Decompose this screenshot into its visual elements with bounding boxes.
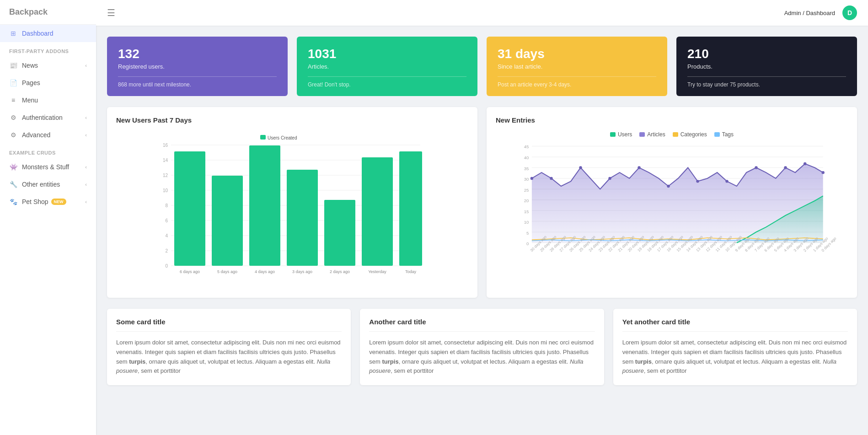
sidebar-label-monsters: Monsters & Stuff (22, 163, 69, 171)
line-chart-area: 45 40 35 30 25 20 15 10 5 0 (496, 142, 848, 289)
legend-dot-tags (714, 132, 720, 137)
legend-dot-users (610, 132, 616, 137)
bar-chart-svg: 0 2 4 6 8 10 12 (116, 131, 468, 278)
stat-number-articles: 1031 (308, 47, 466, 61)
bar-6days (174, 151, 205, 266)
main-content: ☰ Admin / Dashboard D 132 Registered use… (96, 0, 868, 435)
avatar[interactable]: D (842, 5, 857, 20)
legend-label-categories: Categories (680, 131, 707, 138)
svg-text:2 days ago: 2 days ago (330, 269, 350, 274)
svg-text:30: 30 (524, 177, 529, 182)
sidebar-item-pages[interactable]: 📄 Pages (0, 74, 96, 91)
svg-text:12: 12 (163, 173, 168, 178)
stat-sub-articles: Great! Don't stop. (308, 81, 466, 88)
charts-row: New Users Past 7 Days 0 2 4 6 (107, 107, 857, 298)
line-chart-svg: 45 40 35 30 25 20 15 10 5 0 (496, 142, 848, 289)
bar-yesterday (362, 157, 393, 266)
breadcrumb-current: Dashboard (806, 10, 835, 16)
hamburger-button[interactable]: ☰ (107, 7, 115, 18)
chart-legend: Users Articles Categories Tags (496, 131, 848, 138)
sidebar-item-petshop[interactable]: 🐾 Pet Shop New ‹ (0, 193, 96, 210)
news-icon: 📰 (9, 61, 17, 70)
breadcrumb: Admin / Dashboard (784, 10, 835, 16)
bottom-card-2: Yet another card title Lorem ipsum dolor… (613, 309, 857, 385)
bottom-card-text-1: Lorem ipsum dolor sit amet, consectetur … (369, 338, 595, 376)
bottom-card-1: Another card title Lorem ipsum dolor sit… (360, 309, 604, 385)
stat-number-days: 31 days (498, 47, 656, 61)
line-chart-card: New Entries Users Articles Categories (487, 107, 857, 298)
svg-text:10: 10 (524, 220, 529, 225)
content-area: 132 Registered users. 868 more until nex… (96, 26, 868, 435)
sidebar-item-advanced[interactable]: ⚙ Advanced ‹ (0, 126, 96, 144)
stat-sub-products: Try to stay under 75 products. (687, 81, 846, 88)
section-label-cruds: EXAMPLE CRUDS (0, 144, 96, 158)
stat-sub-users: 868 more until next milestone. (118, 81, 277, 88)
sidebar-item-other[interactable]: 🔧 Other entities ‹ (0, 176, 96, 193)
monsters-icon: 👾 (9, 163, 17, 171)
svg-text:0: 0 (526, 241, 529, 246)
svg-point-47 (550, 177, 552, 180)
legend-dot-articles (639, 132, 645, 137)
bottom-card-title-1: Another card title (369, 318, 595, 332)
bar-2days (324, 200, 355, 266)
stat-number-products: 210 (687, 47, 846, 61)
svg-point-49 (608, 177, 611, 180)
bottom-card-text-0: Lorem ipsum dolor sit amet, consectetur … (116, 338, 342, 376)
sidebar: Backpack ⊞ Dashboard FIRST-PARTY ADDONS … (0, 0, 96, 435)
svg-text:16: 16 (163, 143, 168, 148)
sidebar-label-advanced: Advanced (22, 131, 50, 139)
auth-icon: ⚙ (9, 113, 17, 122)
stat-number-users: 132 (118, 47, 277, 61)
svg-text:4: 4 (165, 233, 168, 238)
stat-cards: 132 Registered users. 868 more until nex… (107, 37, 857, 96)
bottom-card-0: Some card title Lorem ipsum dolor sit am… (107, 309, 351, 385)
stat-divider-articles (308, 76, 466, 77)
petshop-icon: 🐾 (9, 198, 17, 206)
sidebar-item-monsters[interactable]: 👾 Monsters & Stuff ‹ (0, 158, 96, 176)
sidebar-item-dashboard[interactable]: ⊞ Dashboard (0, 25, 96, 42)
stat-label-users: Registered users. (118, 63, 277, 70)
svg-text:0: 0 (165, 263, 168, 269)
svg-text:35: 35 (524, 166, 529, 171)
advanced-icon: ⚙ (9, 131, 17, 139)
svg-point-54 (755, 166, 757, 169)
stat-divider-products (687, 76, 846, 77)
sidebar-label-auth: Authentication (22, 114, 63, 121)
bar-chart-area: 0 2 4 6 8 10 12 (116, 131, 468, 278)
svg-point-56 (804, 162, 806, 165)
legend-articles: Articles (639, 131, 665, 138)
svg-point-51 (667, 185, 670, 188)
svg-text:14: 14 (163, 158, 168, 163)
svg-point-52 (696, 180, 699, 183)
bar-4days (249, 145, 280, 266)
sidebar-item-menu[interactable]: ≡ Menu (0, 91, 96, 109)
sidebar-label-pages: Pages (22, 79, 40, 86)
svg-point-48 (579, 166, 582, 169)
svg-text:4 days ago: 4 days ago (255, 269, 275, 274)
legend-categories: Categories (673, 131, 707, 138)
legend-users: Users (610, 131, 632, 138)
svg-text:6: 6 (165, 218, 168, 223)
legend-label-users: Users (618, 131, 632, 138)
svg-text:25: 25 (524, 188, 529, 193)
bottom-card-title-2: Yet another card title (622, 318, 848, 332)
svg-text:3 days ago: 3 days ago (292, 269, 312, 274)
topbar: ☰ Admin / Dashboard D (96, 0, 868, 26)
sidebar-label-news: News (22, 62, 38, 69)
svg-text:20: 20 (524, 198, 529, 203)
bar-5days (212, 176, 243, 266)
articles-dot (530, 177, 533, 180)
stat-card-products: 210 Products. Try to stay under 75 produ… (676, 37, 857, 96)
legend-label-tags: Tags (722, 131, 734, 138)
svg-text:6 days ago: 6 days ago (180, 269, 200, 274)
dashboard-icon: ⊞ (9, 29, 17, 38)
legend-tags: Tags (714, 131, 734, 138)
chevron-advanced-icon: ‹ (85, 132, 87, 138)
bottom-card-title-0: Some card title (116, 318, 342, 332)
new-badge: New (51, 199, 66, 205)
sidebar-item-authentication[interactable]: ⚙ Authentication ‹ (0, 109, 96, 126)
stat-divider-days (498, 76, 656, 77)
svg-text:2: 2 (165, 248, 168, 253)
sidebar-item-news[interactable]: 📰 News ‹ (0, 57, 96, 74)
topbar-right: Admin / Dashboard D (784, 5, 857, 20)
